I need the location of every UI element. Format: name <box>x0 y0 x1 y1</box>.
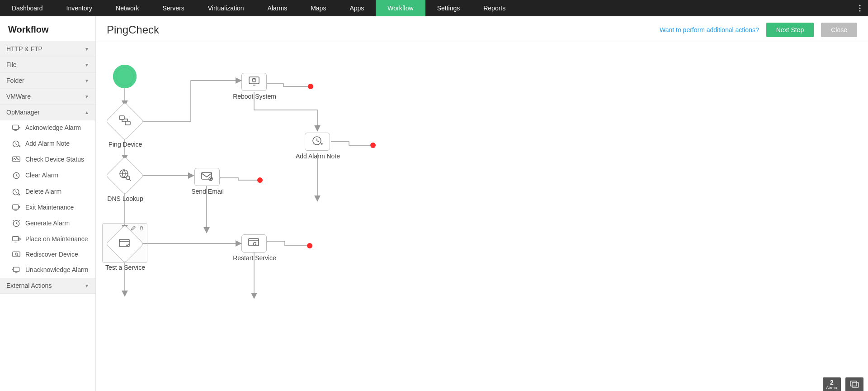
overview-toggle-button[interactable] <box>845 377 863 391</box>
sidebar-group-label: External Actions <box>6 282 52 289</box>
svg-rect-31 <box>852 382 859 387</box>
node-restart-service[interactable] <box>241 234 267 253</box>
sidebar-item-unacknowledge-alarm[interactable]: Unacknowledge Alarm <box>0 262 95 278</box>
sidebar-group-label: OpManager <box>6 109 40 116</box>
nav-alarms[interactable]: Alarms <box>256 0 299 16</box>
chevron-down-icon: ▼ <box>85 62 89 67</box>
svg-rect-3 <box>13 125 19 129</box>
sidebar-group-external-actions[interactable]: External Actions ▼ <box>0 278 95 294</box>
sidebar-item-label: Clear Alarm <box>25 172 58 180</box>
node-add-alarm-note[interactable] <box>305 133 330 151</box>
clear-alarm-icon <box>12 171 21 180</box>
chevron-down-icon: ▼ <box>85 94 89 99</box>
sidebar-item-label: Check Device Status <box>25 156 84 164</box>
svg-point-22 <box>126 176 130 180</box>
nav-reports[interactable]: Reports <box>472 0 517 16</box>
sidebar-item-generate-alarm[interactable]: Generate Alarm <box>0 215 95 232</box>
delete-node-icon[interactable] <box>139 225 144 232</box>
sidebar-item-label: Unacknowledge Alarm <box>25 266 88 274</box>
node-label: Add Alarm Note <box>293 153 343 161</box>
svg-rect-14 <box>13 267 19 272</box>
sidebar-group-http-ftp[interactable]: HTTP & FTP ▼ <box>0 41 95 57</box>
unacknowledge-alarm-icon <box>12 266 21 274</box>
check-device-status-icon <box>12 156 21 164</box>
sidebar-item-label: Delete Alarm <box>25 188 61 196</box>
workflow-canvas[interactable]: Ping Device DNS Lookup <box>96 42 697 332</box>
sidebar-item-check-device-status[interactable]: Check Device Status <box>0 152 95 167</box>
sidebar-item-exit-maintenance[interactable]: Exit Maintenance <box>0 200 95 215</box>
svg-rect-30 <box>850 381 857 386</box>
alarms-count-button[interactable]: 2 Alarms <box>823 377 841 391</box>
nav-network[interactable]: Network <box>104 0 151 16</box>
sidebar-item-add-alarm-note[interactable]: Add Alarm Note <box>0 136 95 152</box>
alarms-count-label: Alarms <box>826 386 838 390</box>
sidebar-group-label: VMWare <box>6 93 31 100</box>
rediscover-device-icon <box>12 251 21 259</box>
top-nav: Dashboard Inventory Network Servers Virt… <box>0 0 868 16</box>
generate-alarm-icon <box>12 219 21 228</box>
dns-lookup-icon <box>118 168 131 183</box>
sidebar-item-rediscover-device[interactable]: Rediscover Device <box>0 247 95 262</box>
node-label: Reboot System <box>230 93 279 101</box>
nav-settings[interactable]: Settings <box>425 0 472 16</box>
node-dns-lookup[interactable] <box>106 157 144 195</box>
sidebar-item-label: Acknowledge Alarm <box>25 124 81 132</box>
nav-maps[interactable]: Maps <box>299 0 338 16</box>
workflow-start-node[interactable] <box>113 65 137 88</box>
next-step-button[interactable]: Next Step <box>766 23 814 37</box>
chevron-up-icon: ▲ <box>85 110 89 115</box>
sidebar-group-file[interactable]: File ▼ <box>0 57 95 73</box>
place-on-maintenance-icon <box>12 235 21 243</box>
sidebar-item-clear-alarm[interactable]: Clear Alarm <box>0 167 95 184</box>
sidebar-group-vmware[interactable]: VMWare ▼ <box>0 89 95 105</box>
sidebar-item-label: Generate Alarm <box>25 219 70 228</box>
sidebar-title: Workflow <box>0 16 95 41</box>
sidebar-item-label: Rediscover Device <box>25 251 78 259</box>
sidebar-group-folder[interactable]: Folder ▼ <box>0 73 95 89</box>
sidebar-item-delete-alarm[interactable]: Delete Alarm <box>0 184 95 200</box>
node-label: Test a Service <box>100 264 150 272</box>
nav-servers[interactable]: Servers <box>151 0 196 16</box>
svg-point-1 <box>859 7 860 9</box>
node-label: Restart Service <box>230 254 279 262</box>
nav-apps[interactable]: Apps <box>338 0 376 16</box>
alarms-count: 2 <box>830 379 834 386</box>
sidebar: Workflow HTTP & FTP ▼ File ▼ Folder ▼ VM… <box>0 16 96 391</box>
svg-point-0 <box>859 5 860 6</box>
chevron-down-icon: ▼ <box>85 78 89 83</box>
sidebar-item-place-on-maintenance[interactable]: Place on Maintenance <box>0 232 95 247</box>
svg-rect-20 <box>125 121 130 125</box>
sidebar-item-acknowledge-alarm[interactable]: Acknowledge Alarm <box>0 120 95 136</box>
nav-workflow[interactable]: Workflow <box>376 0 425 16</box>
nav-inventory[interactable]: Inventory <box>55 0 104 16</box>
svg-point-16 <box>370 143 376 148</box>
reboot-system-icon <box>248 76 260 88</box>
svg-point-17 <box>257 177 263 183</box>
bottom-floating-buttons: 2 Alarms <box>823 377 863 391</box>
page-title: PingCheck <box>107 24 159 36</box>
node-ping-device[interactable] <box>106 102 144 141</box>
sidebar-group-label: Folder <box>6 77 24 84</box>
nav-dashboard[interactable]: Dashboard <box>0 0 55 16</box>
ping-device-icon <box>118 115 131 128</box>
sidebar-group-opmanager[interactable]: OpManager ▲ <box>0 105 95 120</box>
chevron-down-icon: ▼ <box>85 283 89 288</box>
restart-service-icon <box>248 237 260 250</box>
main: PingCheck Want to perform additional act… <box>96 16 868 391</box>
acknowledge-alarm-icon <box>12 124 21 132</box>
main-header: PingCheck Want to perform additional act… <box>96 16 868 42</box>
svg-rect-23 <box>119 239 129 247</box>
node-send-email[interactable] <box>194 168 220 186</box>
close-button[interactable]: Close <box>821 23 857 37</box>
nav-virtualization[interactable]: Virtualization <box>196 0 256 16</box>
chevron-down-icon: ▼ <box>85 47 89 52</box>
sidebar-group-label: File <box>6 61 17 68</box>
add-alarm-note-icon <box>12 139 21 148</box>
delete-alarm-icon <box>12 187 21 196</box>
node-reboot-system[interactable] <box>241 73 267 91</box>
additional-actions-link[interactable]: Want to perform additional actions? <box>660 26 759 33</box>
sidebar-item-label: Add Alarm Note <box>25 140 70 148</box>
svg-rect-19 <box>119 116 124 119</box>
sidebar-item-label: Exit Maintenance <box>25 204 74 212</box>
nav-more-icon[interactable] <box>852 0 868 16</box>
